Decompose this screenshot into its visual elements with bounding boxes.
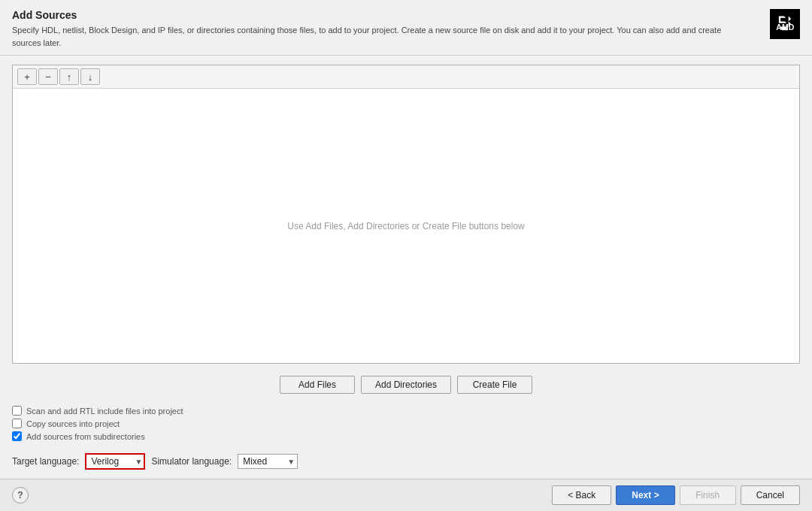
finish-button: Finish bbox=[680, 485, 736, 505]
action-buttons-row: Add Files Add Directories Create File bbox=[12, 370, 800, 397]
add-directories-button[interactable]: Add Directories bbox=[361, 376, 451, 394]
move-up-button[interactable]: ↑ bbox=[59, 68, 79, 85]
copy-sources-label: Copy sources into project bbox=[26, 419, 120, 428]
dialog-header: Add Sources Specify HDL, netlist, Block … bbox=[0, 0, 812, 56]
arrow-down-icon: ↓ bbox=[88, 71, 93, 83]
add-subdirs-row: Add sources from subdirectories bbox=[12, 431, 800, 441]
scan-rtl-label: Scan and add RTL include files into proj… bbox=[26, 407, 183, 416]
simulator-language-label: Simulator language: bbox=[151, 456, 232, 467]
target-language-wrapper: Verilog VHDL Mixed ▼ bbox=[85, 453, 145, 470]
amd-logo: AMD bbox=[770, 9, 800, 39]
empty-list-message: Use Add Files, Add Directories or Create… bbox=[287, 221, 524, 231]
dialog-description: Specify HDL, netlist, Block Design, and … bbox=[12, 24, 726, 49]
minus-icon: − bbox=[45, 71, 51, 83]
language-row: Target language: Verilog VHDL Mixed ▼ Si… bbox=[12, 453, 800, 470]
file-panel: + − ↑ ↓ Use Add Files, Add Directories o… bbox=[12, 65, 800, 364]
add-files-button[interactable]: Add Files bbox=[280, 376, 355, 394]
scan-rtl-checkbox[interactable] bbox=[12, 406, 22, 416]
target-language-select[interactable]: Verilog VHDL Mixed bbox=[85, 453, 145, 470]
add-source-button[interactable]: + bbox=[17, 68, 37, 85]
simulator-language-wrapper: Mixed Verilog VHDL ▼ bbox=[238, 454, 298, 469]
arrow-up-icon: ↑ bbox=[67, 71, 72, 83]
back-button[interactable]: < Back bbox=[552, 485, 611, 505]
plus-icon: + bbox=[24, 71, 30, 83]
create-file-button[interactable]: Create File bbox=[457, 376, 532, 394]
scan-rtl-row: Scan and add RTL include files into proj… bbox=[12, 406, 800, 416]
add-subdirs-checkbox[interactable] bbox=[12, 431, 22, 441]
svg-text:AMD: AMD bbox=[776, 23, 794, 32]
add-subdirs-label: Add sources from subdirectories bbox=[26, 432, 145, 441]
simulator-language-select[interactable]: Mixed Verilog VHDL bbox=[238, 454, 298, 469]
cancel-button[interactable]: Cancel bbox=[741, 485, 800, 505]
header-text: Add Sources Specify HDL, netlist, Block … bbox=[12, 9, 762, 49]
add-sources-dialog: Add Sources Specify HDL, netlist, Block … bbox=[0, 0, 812, 511]
target-language-label: Target language: bbox=[12, 456, 79, 467]
amd-logo-icon: AMD bbox=[774, 14, 795, 35]
copy-sources-checkbox[interactable] bbox=[12, 419, 22, 428]
move-down-button[interactable]: ↓ bbox=[80, 68, 100, 85]
footer-left: ? bbox=[12, 487, 29, 503]
file-toolbar: + − ↑ ↓ bbox=[13, 65, 799, 89]
dialog-title: Add Sources bbox=[12, 9, 762, 21]
help-button[interactable]: ? bbox=[12, 487, 29, 503]
footer-right: < Back Next > Finish Cancel bbox=[552, 485, 800, 505]
next-button[interactable]: Next > bbox=[616, 485, 674, 505]
options-area: Scan and add RTL include files into proj… bbox=[12, 403, 800, 444]
copy-sources-row: Copy sources into project bbox=[12, 419, 800, 428]
main-content: + − ↑ ↓ Use Add Files, Add Directories o… bbox=[0, 56, 812, 479]
remove-source-button[interactable]: − bbox=[38, 68, 58, 85]
dialog-footer: ? < Back Next > Finish Cancel bbox=[0, 479, 812, 511]
file-list-area: Use Add Files, Add Directories or Create… bbox=[13, 89, 799, 363]
